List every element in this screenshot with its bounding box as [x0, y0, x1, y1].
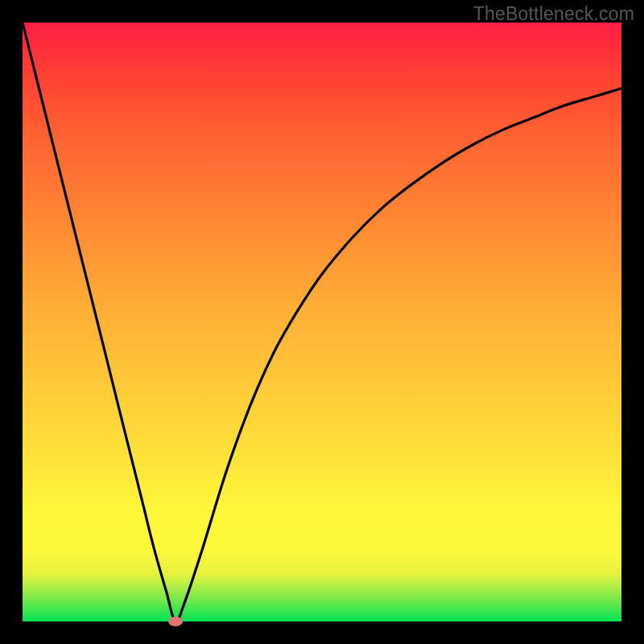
- plot-area: [23, 23, 621, 621]
- watermark-text: TheBottleneck.com: [473, 3, 634, 25]
- bottleneck-curve: [23, 23, 621, 621]
- chart-frame: TheBottleneck.com: [0, 0, 644, 644]
- optimal-point-marker: [168, 617, 183, 626]
